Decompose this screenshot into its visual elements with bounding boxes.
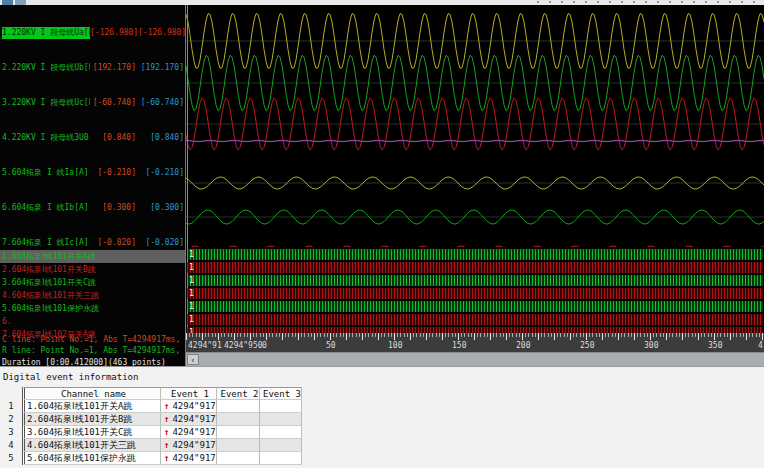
analog-channel-row[interactable]: 6.604拓泉 I 线Ib[A][0.300][0.300]	[2, 202, 184, 214]
analog-channel-label: 6.604拓泉 I 线Ib[A]	[2, 202, 90, 214]
table-header-event-1: Event 1	[161, 387, 217, 400]
channel-list-panel: C line: Point No.=1, Abs T=4294917ms, Re…	[0, 5, 186, 366]
analog-value-cursor2: [-126.980]	[138, 27, 184, 39]
digital-state-value: 1	[189, 301, 194, 312]
digital-channel-row[interactable]: 1.604拓泉Ⅰ线101开关A跳	[0, 250, 186, 263]
channel-name-cell[interactable]: 5.604拓泉Ⅰ线101保护永跳	[22, 452, 161, 465]
time-axis-tick-label: 300	[644, 341, 658, 350]
event-rise-arrow-icon: ↑	[164, 414, 169, 424]
event2-cell	[217, 413, 260, 426]
digital-event-table[interactable]: Channel nameEvent 1Event 2Event 311.604拓…	[0, 387, 302, 465]
table-header-event-3: Event 3	[260, 387, 302, 400]
digital-channel-row[interactable]: 6.	[0, 315, 186, 328]
digital-traces-area[interactable]: 1111111	[186, 248, 764, 333]
event3-cell	[260, 439, 302, 452]
digital-state-value: 1	[189, 262, 194, 273]
analog-channel-label: 4.220KV I 段母线3U0[kV]	[2, 132, 90, 144]
channel-name-cell[interactable]: 3.604拓泉Ⅰ线101开关C跳	[22, 426, 161, 439]
digital-state-value: 1	[189, 249, 194, 260]
duration-status: Duration [0:00.412000](463 points)	[2, 357, 186, 366]
analog-channel-label: 1.220KV I 段母线Ua[kV]	[2, 27, 90, 39]
event3-cell	[260, 426, 302, 439]
event1-time: 4294"917 ms	[172, 440, 217, 450]
table-header-channel-name: Channel name	[22, 387, 161, 400]
waveform-trace-7	[186, 246, 764, 247]
table-corner-cell	[0, 387, 22, 400]
channel-name-cell[interactable]: 1.604拓泉Ⅰ线101开关A跳	[22, 400, 161, 413]
event2-cell	[217, 426, 260, 439]
analog-channel-row[interactable]: 2.220KV I 段母线Ub[kV][192.170][192.170]	[2, 62, 184, 74]
digital-state-value: 1	[189, 288, 194, 299]
digital-trace-bar: 1	[187, 301, 763, 312]
time-axis-tick-label: 250	[580, 341, 594, 350]
analog-waveforms	[186, 5, 764, 247]
event-rise-arrow-icon: ↑	[164, 427, 169, 437]
event2-cell	[217, 400, 260, 413]
panel-separator[interactable]	[185, 5, 186, 366]
time-axis-tick-label: 350	[708, 341, 722, 350]
event1-cell: ↑4294"917 ms	[161, 452, 217, 465]
event2-cell	[217, 439, 260, 452]
oscillography-viewer-window: C line: Point No.=1, Abs T=4294917ms, Re…	[0, 0, 764, 468]
analog-channel-label: 2.220KV I 段母线Ub[kV]	[2, 62, 90, 74]
event-rise-arrow-icon: ↑	[164, 401, 169, 411]
horizontal-scrollbar[interactable]: ‹	[186, 352, 764, 366]
analog-value-cursor2: [-60.740]	[138, 97, 184, 109]
time-axis-ruler[interactable]: 4294"914294"9500501001502002503003504	[186, 333, 764, 352]
event-rise-arrow-icon: ↑	[164, 440, 169, 450]
digital-channel-row[interactable]: 5.604拓泉Ⅰ线101保护永跳	[0, 302, 186, 315]
event1-cell: ↑4294"917 ms	[161, 426, 217, 439]
event3-cell	[260, 400, 302, 413]
event2-cell	[217, 452, 260, 465]
analog-value-cursor1: [192.170]	[90, 62, 136, 74]
analog-channel-label: 3.220KV I 段母线Uc[kV]	[2, 97, 90, 109]
analog-value-cursor2: [0.840]	[138, 132, 184, 144]
analog-value-cursor1: [0.840]	[90, 132, 136, 144]
analog-value-cursor1: [-0.210]	[90, 167, 136, 179]
digital-event-panel: Digital event information Channel nameEv…	[0, 366, 764, 468]
channel-name-cell[interactable]: 4.604拓泉Ⅰ线101开关三跳	[22, 439, 161, 452]
event-rise-arrow-icon: ↑	[164, 453, 169, 463]
digital-state-value: 1	[189, 275, 194, 286]
channel-name-cell[interactable]: 2.604拓泉Ⅰ线101开关B跳	[22, 413, 161, 426]
event1-time: 4294"917 ms	[172, 453, 217, 463]
time-axis-tick-label: 4294"91	[188, 341, 222, 350]
analog-channel-row[interactable]: 3.220KV I 段母线Uc[kV][-60.740][-60.740]	[2, 97, 184, 109]
row-number-cell: 4	[0, 439, 22, 452]
analog-value-cursor1: [-60.740]	[90, 97, 136, 109]
row-number-cell: 5	[0, 452, 22, 465]
event1-cell: ↑4294"917 ms	[161, 400, 217, 413]
analog-channel-row[interactable]: 7.604拓泉 I 线Ic[A][-0.020][-0.020]	[2, 237, 184, 249]
table-header-event-2: Event 2	[217, 387, 260, 400]
digital-channel-row[interactable]: 7.604拓泉Ⅰ线102开关A跳	[0, 328, 186, 341]
analog-value-cursor1: [0.300]	[90, 202, 136, 214]
waveform-plot-area[interactable]: 1111111 4294"914294"95005010015020025030…	[186, 5, 764, 366]
digital-trace-bar: 1	[187, 314, 763, 325]
panel-title: Digital event information	[3, 372, 138, 382]
row-number-cell: 1	[0, 400, 22, 413]
analog-value-cursor2: [-0.020]	[138, 237, 184, 249]
row-number-cell: 2	[0, 413, 22, 426]
analog-value-cursor1: [-126.980]	[90, 27, 136, 39]
analog-channel-row[interactable]: 5.604拓泉 I 线Ia[A][-0.210][-0.210]	[2, 167, 184, 179]
digital-channel-row[interactable]: 2.604拓泉Ⅰ线101开关B跳	[0, 263, 186, 276]
analog-channel-label: 7.604拓泉 I 线Ic[A]	[2, 237, 90, 249]
analog-channel-row[interactable]: 4.220KV I 段母线3U0[kV][0.840][0.840]	[2, 132, 184, 144]
time-axis-tick-label: 4294"950	[224, 341, 263, 350]
time-axis-tick-label: 100	[388, 341, 402, 350]
analog-channel-label: 5.604拓泉 I 线Ia[A]	[2, 167, 90, 179]
digital-trace-bar: 1	[187, 288, 763, 299]
analog-value-cursor1: [-0.020]	[90, 237, 136, 249]
time-axis-tick-label: 150	[452, 341, 466, 350]
r-cursor-status: R line: Point No.=1, Abs T=4294917ms, Re…	[2, 345, 186, 356]
digital-trace-bar: 1	[187, 262, 763, 273]
digital-state-value: 1	[189, 314, 194, 325]
analog-value-cursor2: [0.300]	[138, 202, 184, 214]
time-axis-tick-label: 0	[262, 341, 267, 350]
digital-channel-row[interactable]: 4.604拓泉Ⅰ线101开关三跳	[0, 289, 186, 302]
analog-channel-row[interactable]: 1.220KV I 段母线Ua[kV][-126.980][-126.980]	[2, 27, 184, 39]
mini-ruler-ticks	[537, 1, 762, 3]
event1-time: 4294"917 ms	[172, 427, 217, 437]
scroll-left-arrow-icon[interactable]: ‹	[187, 354, 199, 365]
digital-channel-row[interactable]: 3.604拓泉Ⅰ线101开关C跳	[0, 276, 186, 289]
